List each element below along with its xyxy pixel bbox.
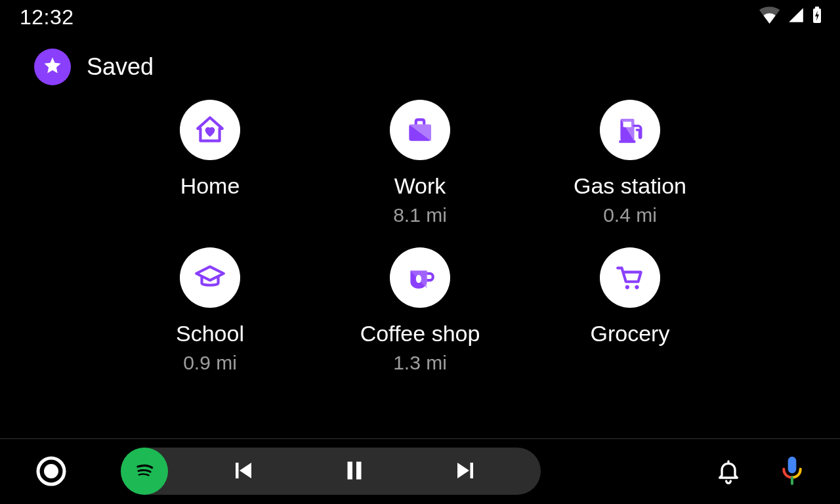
svg-rect-17 [788,457,797,473]
svg-rect-14 [356,461,362,479]
media-pill [121,448,541,495]
battery-charging-icon [812,7,822,26]
tile-coffee-shop[interactable]: Coffee shop 1.3 mi [322,247,518,395]
briefcase-icon [390,100,450,160]
tile-label: Gas station [574,173,686,199]
status-icons [759,7,822,26]
bottom-bar [0,438,840,504]
svg-point-7 [625,285,629,289]
pause-icon [343,474,366,484]
tile-label: School [176,321,244,346]
spotify-app-button[interactable] [121,448,168,495]
assistant-mic-button[interactable] [780,455,805,487]
skip-previous-icon [232,474,255,484]
tile-work[interactable]: Work 8.1 mi [322,100,518,247]
previous-track-button[interactable] [225,452,262,491]
svg-rect-1 [815,7,819,9]
star-icon [43,56,62,78]
tile-label: Coffee shop [360,321,480,346]
tile-distance: 0.4 mi [603,204,657,226]
skip-next-icon [453,474,477,484]
wifi-icon [759,7,780,26]
header-star-badge [34,49,71,85]
svg-point-10 [44,464,58,478]
svg-rect-5 [619,140,635,143]
notifications-button[interactable] [715,458,742,484]
cellular-icon [788,7,805,26]
graduation-icon [180,247,240,308]
saved-places-grid: Home Work 8.1 mi Gas station 0.4 mi Scho… [0,100,840,395]
tile-school[interactable]: School 0.9 mi [112,247,308,395]
gas-pump-icon [600,100,660,160]
svg-rect-4 [623,122,632,127]
svg-point-6 [416,275,421,284]
svg-rect-15 [471,463,474,478]
tile-label: Grocery [591,321,670,346]
home-heart-icon [180,100,240,160]
launcher-button[interactable] [35,455,67,487]
tile-label: Work [394,173,446,199]
status-time: 12:32 [20,5,74,30]
launcher-circle-icon [35,455,67,487]
assistant-mic-icon [780,455,805,487]
tile-distance: 1.3 mi [393,352,447,374]
page-header: Saved [0,34,840,85]
page-title: Saved [87,53,154,81]
spotify-icon [131,457,158,486]
svg-rect-12 [236,463,239,478]
pause-button[interactable] [336,452,373,491]
tile-gas-station[interactable]: Gas station 0.4 mi [532,100,728,247]
coffee-icon [390,247,450,308]
svg-point-8 [635,285,639,289]
next-track-button[interactable] [447,452,484,491]
cart-icon [600,247,660,308]
tile-grocery[interactable]: Grocery [532,247,728,395]
tile-distance: 8.1 mi [393,204,447,226]
status-bar: 12:32 [0,0,840,34]
tile-distance: 0.9 mi [183,352,237,374]
svg-rect-13 [347,461,352,479]
tile-home[interactable]: Home [112,100,308,247]
tile-label: Home [180,173,240,199]
bell-icon [715,458,742,484]
